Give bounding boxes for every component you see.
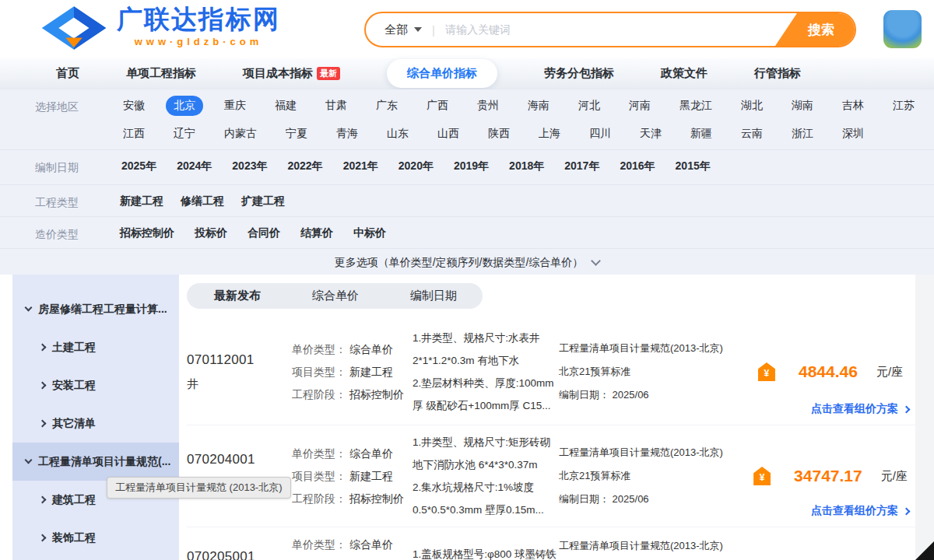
- year-chip[interactable]: 2025年: [115, 156, 163, 177]
- region-chip[interactable]: 山西: [430, 124, 467, 144]
- region-chip[interactable]: 宁夏: [278, 124, 315, 144]
- filter-row-date: 编制日期 2025年2024年2023年2022年2021年2020年2019年…: [0, 150, 934, 185]
- region-chip[interactable]: 广东: [368, 96, 406, 116]
- main-area: 房屋修缮工程工程量计算... 土建工程 安装工程 其它清单 工程量清单项目计量规…: [0, 275, 934, 560]
- nav-item-labor-subcontract[interactable]: 劳务分包指标: [544, 66, 614, 81]
- nav-item-single-project[interactable]: 单项工程指标: [126, 66, 196, 81]
- year-chip[interactable]: 2021年: [337, 156, 384, 177]
- nav-item-admin-index[interactable]: 行管指标: [754, 66, 801, 81]
- nav-item-composite-price[interactable]: 综合单价指标: [387, 59, 497, 88]
- year-chip[interactable]: 2016年: [613, 156, 661, 177]
- region-chip[interactable]: 重庆: [216, 96, 254, 116]
- item-unit: 元/座: [881, 469, 908, 484]
- region-chip[interactable]: 河北: [571, 96, 608, 116]
- region-chip[interactable]: 山东: [379, 124, 416, 144]
- nav-item-home[interactable]: 首页: [56, 66, 79, 81]
- region-chip[interactable]: 湖南: [784, 96, 821, 116]
- price-type-chip[interactable]: 合同价: [243, 223, 285, 243]
- filter-row-project-type: 工程类型 新建工程修缮工程扩建工程: [0, 185, 934, 217]
- region-chip[interactable]: 黑龙江: [672, 96, 720, 116]
- chevron-down-icon: [591, 256, 601, 266]
- search-button[interactable]: 搜索: [775, 13, 855, 46]
- item-description-line: 2*1*1.2*0.3m 有地下水: [413, 349, 559, 372]
- sidebar-tooltip: 工程量清单项目计量规范 (2013-北京): [107, 477, 291, 499]
- price-type-chip[interactable]: 中标价: [349, 223, 391, 243]
- sidebar-item-other-list[interactable]: 其它清单: [12, 404, 179, 443]
- nav-item-project-cost[interactable]: 项目成本指标 最新: [243, 66, 340, 81]
- region-chip[interactable]: 内蒙古: [216, 124, 265, 144]
- region-chip[interactable]: 四川: [581, 124, 619, 144]
- region-chip[interactable]: 陕西: [480, 124, 518, 144]
- project-type-chip[interactable]: 新建工程: [115, 191, 168, 212]
- price-type-chip[interactable]: 结算价: [296, 223, 338, 243]
- year-chip[interactable]: 2024年: [170, 156, 218, 177]
- region-chip[interactable]: 甘肃: [318, 96, 355, 116]
- price-type-chip[interactable]: 招标控制价: [115, 223, 179, 243]
- project-type-chip[interactable]: 扩建工程: [237, 191, 290, 212]
- filter-label-price-type: 造价类型: [35, 217, 115, 242]
- year-chips: 2025年2024年2023年2022年2021年2020年2019年2018年…: [115, 150, 717, 177]
- region-chip[interactable]: 福建: [267, 96, 304, 116]
- region-chip[interactable]: 辽宁: [166, 124, 203, 144]
- avatar[interactable]: [883, 10, 922, 48]
- site-logo[interactable]: 广联达指标网 www·gldzb·com: [40, 5, 280, 51]
- year-chip[interactable]: 2015年: [669, 156, 717, 177]
- sidebar-item-label: 建筑工程: [52, 493, 96, 507]
- year-chip[interactable]: 2020年: [392, 156, 440, 177]
- view-pricing-plan-link[interactable]: 点击查看组价方案: [811, 402, 909, 416]
- region-chip[interactable]: 青海: [328, 124, 366, 144]
- main-nav: 首页 单项工程指标 项目成本指标 最新 综合单价指标 劳务分包指标 政策文件 行…: [0, 58, 934, 89]
- sidebar-item-label: 其它清单: [52, 417, 96, 431]
- region-chip[interactable]: 天津: [632, 124, 669, 144]
- sidebar-item-installation[interactable]: 安装工程: [12, 366, 179, 404]
- year-chip[interactable]: 2023年: [226, 156, 273, 177]
- sort-tab[interactable]: 最新发布: [214, 289, 261, 303]
- region-chip[interactable]: 深圳: [834, 124, 872, 144]
- sort-tab[interactable]: 综合单价: [312, 289, 359, 303]
- region-chip[interactable]: 吉林: [834, 96, 872, 116]
- region-chip[interactable]: 贵州: [469, 96, 507, 116]
- year-chip[interactable]: 2018年: [503, 156, 550, 177]
- price-type-chip[interactable]: 投标价: [190, 223, 232, 243]
- item-description-line: 1.盖板规格型号:φ800 球墨铸铁: [413, 543, 559, 560]
- view-pricing-plan-label: 点击查看组价方案: [811, 402, 898, 416]
- sidebar-item-label: 装饰工程: [52, 531, 96, 545]
- nav-item-project-cost-label: 项目成本指标: [243, 66, 313, 81]
- view-pricing-plan-link[interactable]: 点击查看组价方案: [811, 504, 909, 518]
- sidebar-item-repair-spec[interactable]: 房屋修缮工程工程量计算...: [12, 290, 179, 328]
- item-attr: 项目类型：新建工程: [292, 465, 413, 488]
- sort-tab[interactable]: 编制日期: [410, 289, 457, 303]
- project-type-chip[interactable]: 修缮工程: [176, 191, 229, 212]
- region-chip[interactable]: 安徽: [115, 96, 153, 116]
- price-tag-icon: ¥: [753, 467, 771, 485]
- region-chip[interactable]: 江苏: [885, 96, 922, 116]
- nav-item-policy[interactable]: 政策文件: [661, 66, 708, 81]
- item-attr: 工程阶段：招标控制价: [292, 383, 413, 406]
- region-chip[interactable]: 江西: [115, 124, 153, 144]
- year-chip[interactable]: 2022年: [281, 156, 328, 177]
- item-attr: 项目类型：新建工程: [292, 361, 413, 383]
- item-name: 井: [187, 377, 292, 392]
- region-chip[interactable]: 湖北: [733, 96, 771, 116]
- item-attr: 单价类型：综合单价: [292, 338, 413, 361]
- item-description-line: 地下消防水池 6*4*3*0.37m: [413, 453, 559, 476]
- more-options-label: 更多选项（单价类型/定额序列/数据类型/综合单价）: [335, 256, 584, 270]
- region-chip[interactable]: 浙江: [784, 124, 821, 144]
- region-chips-row2: 江西辽宁内蒙古宁夏青海山东山西陕西上海四川天津新疆云南浙江深圳: [115, 117, 922, 144]
- region-chip[interactable]: 广西: [419, 96, 456, 116]
- sidebar-item-decoration[interactable]: 装饰工程: [12, 519, 179, 557]
- region-chip[interactable]: 河南: [621, 96, 658, 116]
- region-chip[interactable]: 新疆: [683, 124, 720, 144]
- sidebar-item-measurement-spec[interactable]: 工程量清单项目计量规范(...: [12, 443, 179, 481]
- year-chip[interactable]: 2017年: [558, 156, 606, 177]
- year-chip[interactable]: 2019年: [448, 156, 495, 177]
- region-chip[interactable]: 云南: [733, 124, 771, 144]
- item-description-line: 0.5*0.5*0.3mm 壁厚0.15m...: [413, 499, 559, 521]
- region-chip[interactable]: 上海: [531, 124, 568, 144]
- search-category-dropdown[interactable]: 全部: [384, 23, 422, 37]
- region-chip[interactable]: 海南: [520, 96, 557, 116]
- more-options-toggle[interactable]: 更多选项（单价类型/定额序列/数据类型/综合单价）: [0, 249, 934, 277]
- item-spec: 工程量清单项目计量规范(2013-北京): [559, 337, 736, 360]
- sidebar-item-civil[interactable]: 土建工程: [12, 328, 179, 366]
- region-chip[interactable]: 北京: [166, 96, 203, 116]
